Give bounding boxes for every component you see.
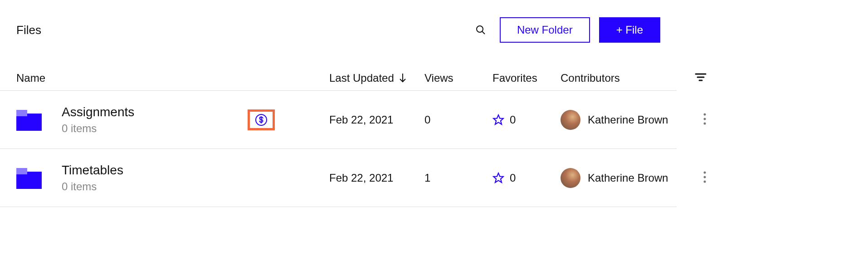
- column-header-views[interactable]: Views: [424, 72, 488, 84]
- dollar-icon: [255, 114, 268, 126]
- svg-marker-9: [493, 115, 503, 124]
- folder-icon: [16, 109, 42, 131]
- svg-point-16: [704, 172, 706, 174]
- page-title: Files: [16, 23, 41, 37]
- column-header-last-updated[interactable]: Last Updated: [329, 72, 420, 84]
- row-subtitle: 0 items: [62, 122, 243, 135]
- add-file-button[interactable]: + File: [599, 17, 660, 43]
- row-last-updated: Feb 22, 2021: [329, 172, 420, 184]
- row-favorites: 0: [510, 172, 516, 184]
- column-header-last-updated-label: Last Updated: [329, 72, 394, 84]
- table-row[interactable]: Assignments 0 items Feb 22, 2021 0 0: [0, 91, 677, 149]
- row-contributor: Katherine Brown: [588, 172, 668, 184]
- svg-rect-14: [16, 168, 27, 174]
- svg-point-11: [704, 118, 706, 120]
- star-icon[interactable]: [493, 114, 504, 126]
- row-name: Assignments: [62, 105, 243, 119]
- avatar: [561, 110, 580, 130]
- row-name: Timetables: [62, 163, 243, 178]
- search-button[interactable]: [471, 20, 491, 40]
- column-header-contributors[interactable]: Contributors: [561, 72, 678, 84]
- dollar-badge[interactable]: [248, 109, 275, 130]
- svg-rect-7: [16, 110, 27, 116]
- row-favorites: 0: [510, 114, 516, 126]
- new-folder-button[interactable]: New Folder: [500, 17, 590, 43]
- files-table: Name Last Updated Views Favorites Contri…: [0, 65, 677, 207]
- sort-desc-icon: [399, 73, 407, 84]
- star-icon[interactable]: [493, 172, 504, 184]
- header-bar: Files New Folder + File: [0, 16, 677, 44]
- svg-point-18: [704, 181, 706, 183]
- row-more-button[interactable]: [699, 167, 710, 188]
- row-subtitle: 0 items: [62, 180, 243, 193]
- table-header: Name Last Updated Views Favorites Contri…: [0, 65, 677, 91]
- row-views: 0: [424, 114, 488, 126]
- more-vertical-icon: [703, 113, 707, 125]
- row-more-button[interactable]: [699, 109, 710, 130]
- row-last-updated: Feb 22, 2021: [329, 114, 420, 126]
- table-row[interactable]: Timetables 0 items Feb 22, 2021 1 0 Kath…: [0, 149, 677, 207]
- svg-point-10: [704, 114, 706, 116]
- folder-icon: [16, 167, 42, 189]
- more-vertical-icon: [703, 171, 707, 183]
- svg-marker-15: [493, 173, 503, 183]
- svg-point-17: [704, 176, 706, 178]
- svg-point-12: [704, 123, 706, 125]
- svg-point-0: [477, 26, 483, 32]
- search-icon: [475, 25, 486, 35]
- column-header-name[interactable]: Name: [16, 72, 243, 84]
- row-contributor: Katherine Brown: [588, 114, 668, 126]
- avatar: [561, 168, 580, 188]
- row-views: 1: [424, 172, 488, 184]
- column-filter-button[interactable]: [691, 69, 710, 87]
- filter-icon: [695, 73, 707, 82]
- svg-line-1: [482, 32, 485, 35]
- column-header-favorites[interactable]: Favorites: [493, 72, 556, 84]
